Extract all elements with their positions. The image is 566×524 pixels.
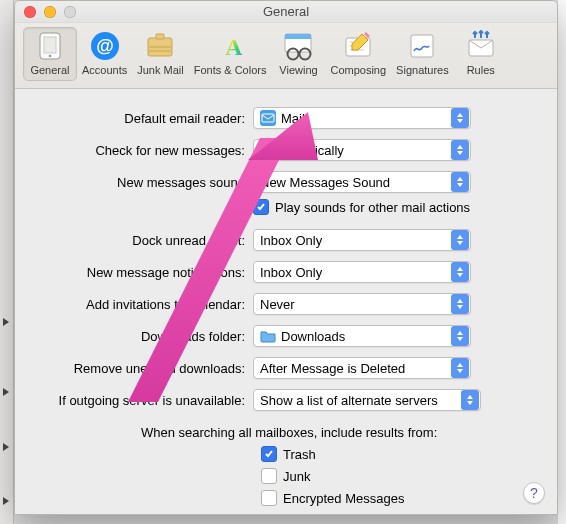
tab-label: Signatures: [396, 64, 449, 76]
checkbox-encrypted[interactable]: [261, 490, 277, 506]
search-section-label: When searching all mailboxes, include re…: [31, 425, 541, 440]
stepper-arrows-icon: [451, 230, 469, 250]
svg-point-2: [49, 55, 52, 58]
popup-value: After Message is Deleted: [260, 361, 451, 376]
label-outgoing-unavailable: If outgoing server is unavailable:: [31, 393, 253, 408]
popup-value: Never: [260, 297, 451, 312]
toolbar: General @ Accounts Junk Mail A Fonts & C…: [15, 23, 557, 89]
checkbox-junk[interactable]: [261, 468, 277, 484]
popup-default-reader[interactable]: Mail: [253, 107, 471, 129]
stepper-arrows-icon: [451, 172, 469, 192]
checkbox-trash[interactable]: [261, 446, 277, 462]
viewing-icon: [282, 30, 314, 62]
popup-value: Show a list of alternate servers: [260, 393, 461, 408]
checkbox-label: Trash: [283, 447, 316, 462]
checkbox-label: Junk: [283, 469, 310, 484]
popup-value: New Messages Sound: [260, 175, 451, 190]
rules-icon: [465, 30, 497, 62]
tab-junk-mail[interactable]: Junk Mail: [132, 27, 188, 81]
popup-value: omatically: [260, 143, 451, 158]
junkmail-icon: [144, 30, 176, 62]
popup-add-invitations[interactable]: Never: [253, 293, 471, 315]
popup-new-sound[interactable]: New Messages Sound: [253, 171, 471, 193]
tab-composing[interactable]: Composing: [325, 27, 391, 81]
composing-icon: [342, 30, 374, 62]
checkbox-label: Play sounds for other mail actions: [275, 200, 470, 215]
window-title: General: [15, 4, 557, 19]
label-check-messages: Check for new messages:: [31, 143, 253, 158]
tab-label: Viewing: [279, 64, 317, 76]
general-icon: [34, 30, 66, 62]
label-dock-unread: Dock unread count:: [31, 233, 253, 248]
tab-viewing[interactable]: Viewing: [271, 27, 325, 81]
tab-label: Fonts & Colors: [194, 64, 267, 76]
label-downloads-folder: Downloads folder:: [31, 329, 253, 344]
checkbox-label: Encrypted Messages: [283, 491, 404, 506]
svg-rect-1: [44, 37, 56, 53]
tab-label: General: [30, 64, 69, 76]
popup-check-messages[interactable]: omatically: [253, 139, 471, 161]
signatures-icon: [406, 30, 438, 62]
tab-label: Rules: [467, 64, 495, 76]
tab-general[interactable]: General: [23, 27, 77, 81]
stepper-arrows-icon: [451, 294, 469, 314]
tab-rules[interactable]: Rules: [454, 27, 508, 81]
label-default-reader: Default email reader:: [31, 111, 253, 126]
stepper-arrows-icon: [451, 108, 469, 128]
popup-value: Inbox Only: [260, 233, 451, 248]
checkbox-play-sounds[interactable]: [253, 199, 269, 215]
tab-label: Accounts: [82, 64, 127, 76]
folder-icon: [260, 328, 276, 344]
tab-fonts-colors[interactable]: A Fonts & Colors: [189, 27, 272, 81]
popup-dock-unread[interactable]: Inbox Only: [253, 229, 471, 251]
tab-accounts[interactable]: @ Accounts: [77, 27, 132, 81]
popup-remove-unedited[interactable]: After Message is Deleted: [253, 357, 471, 379]
svg-text:A: A: [225, 34, 243, 60]
mail-app-icon: [260, 110, 276, 126]
preferences-window: General General @ Accounts Junk Mail: [14, 0, 558, 515]
tab-label: Composing: [330, 64, 386, 76]
stepper-arrows-icon: [451, 326, 469, 346]
svg-rect-13: [411, 35, 433, 57]
help-button[interactable]: ?: [523, 482, 545, 504]
popup-downloads-folder[interactable]: Downloads: [253, 325, 471, 347]
tab-signatures[interactable]: Signatures: [391, 27, 454, 81]
svg-rect-6: [156, 34, 164, 39]
popup-value: Inbox Only: [260, 265, 451, 280]
label-new-sound: New messages sound: [31, 175, 253, 190]
popup-new-notifications[interactable]: Inbox Only: [253, 261, 471, 283]
stepper-arrows-icon: [451, 140, 469, 160]
help-icon: ?: [530, 485, 538, 501]
titlebar: General: [15, 1, 557, 23]
svg-text:@: @: [96, 36, 114, 56]
accounts-icon: @: [89, 30, 121, 62]
stepper-arrows-icon: [451, 358, 469, 378]
fontscolors-icon: A: [214, 30, 246, 62]
general-pane: Default email reader: Mail Check for new…: [15, 89, 557, 515]
label-remove-unedited: Remove unedited downloads:: [31, 361, 253, 376]
stepper-arrows-icon: [451, 262, 469, 282]
label-new-notifications: New message notifications:: [31, 265, 253, 280]
popup-value: Mail: [281, 111, 451, 126]
popup-value: Downloads: [281, 329, 451, 344]
svg-rect-9: [285, 34, 311, 39]
stepper-arrows-icon: [461, 390, 479, 410]
popup-outgoing-unavailable[interactable]: Show a list of alternate servers: [253, 389, 481, 411]
label-add-invitations: Add invitations to Calendar:: [31, 297, 253, 312]
tab-label: Junk Mail: [137, 64, 183, 76]
